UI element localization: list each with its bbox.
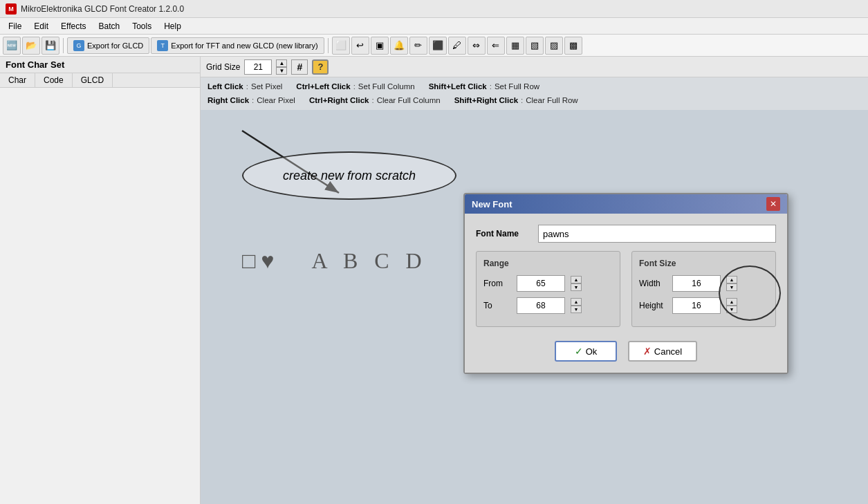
tool-btn-4[interactable]: 🔔 bbox=[390, 37, 408, 55]
ctrl-left-key: Ctrl+Left Click bbox=[296, 80, 350, 94]
ctrl-right-key: Ctrl+Right Click bbox=[309, 94, 369, 108]
export-glcd-icon: G bbox=[73, 40, 84, 51]
left-panel-tabs: Char Code GLCD bbox=[0, 73, 200, 88]
handwrite-chars: □♥ A B C D bbox=[242, 248, 427, 274]
shift-left-key: Shift+Left Click bbox=[429, 80, 487, 94]
shift-right-key: Shift+Right Click bbox=[454, 94, 518, 108]
open-button[interactable]: 📂 bbox=[22, 37, 40, 55]
export-tft-button[interactable]: T Export for TFT and new GLCD (new libra… bbox=[151, 37, 324, 54]
height-label: Height bbox=[639, 301, 667, 310]
tool-btn-12[interactable]: ▨ bbox=[545, 37, 563, 55]
grid-hash-button[interactable]: # bbox=[291, 59, 308, 75]
right-click-sep: : bbox=[252, 94, 254, 108]
tool-btn-10[interactable]: ▦ bbox=[506, 37, 524, 55]
save-button[interactable]: 💾 bbox=[41, 37, 59, 55]
to-label: To bbox=[483, 301, 511, 310]
export-tft-icon: T bbox=[157, 40, 168, 51]
canvas-area: Grid Size ▲ ▼ # ? Left Click : Set Pixel… bbox=[201, 57, 868, 504]
ok-label: Ok bbox=[586, 346, 598, 357]
right-click-key: Right Click bbox=[207, 94, 249, 108]
tool-btn-7[interactable]: 🖊 bbox=[448, 37, 466, 55]
to-spin-up[interactable]: ▲ bbox=[571, 298, 582, 306]
oval-text: create new from scratch bbox=[283, 169, 416, 183]
font-size-panel-title: Font Size bbox=[639, 259, 768, 268]
dialog-titlebar: New Font ✕ bbox=[465, 194, 787, 214]
menu-tools[interactable]: Tools bbox=[127, 20, 157, 32]
from-spin-down[interactable]: ▼ bbox=[571, 283, 582, 291]
export-tft-label: Export for TFT and new GLCD (new library… bbox=[171, 41, 317, 50]
height-spin-down[interactable]: ▼ bbox=[726, 306, 737, 313]
dialog-title: New Font bbox=[472, 199, 513, 209]
width-spin-up[interactable]: ▲ bbox=[726, 276, 737, 283]
dialog-buttons: ✓ Ok ✗ Cancel bbox=[476, 338, 776, 362]
right-click-val: Clear Pixel bbox=[257, 94, 295, 108]
ok-check-icon: ✓ bbox=[575, 346, 583, 357]
height-input[interactable] bbox=[672, 297, 721, 314]
width-input[interactable] bbox=[672, 275, 721, 292]
from-row: From ▲ ▼ bbox=[483, 275, 613, 292]
grid-size-label: Grid Size bbox=[206, 62, 240, 72]
left-panel: Font Char Set Char Code GLCD bbox=[0, 57, 201, 504]
tab-code[interactable]: Code bbox=[35, 73, 73, 87]
menu-edit[interactable]: Edit bbox=[28, 20, 54, 32]
grid-help-button[interactable]: ? bbox=[312, 59, 329, 75]
tab-glcd[interactable]: GLCD bbox=[73, 73, 113, 87]
menu-effects[interactable]: Effects bbox=[55, 20, 91, 32]
tool-btn-5[interactable]: ✏ bbox=[409, 37, 427, 55]
font-name-input[interactable] bbox=[538, 225, 776, 243]
export-glcd-button[interactable]: G Export for GLCD bbox=[67, 37, 149, 54]
dialog-panels: Range From ▲ ▼ To bbox=[476, 251, 776, 327]
tab-char[interactable]: Char bbox=[0, 73, 35, 87]
grid-size-input[interactable] bbox=[244, 59, 272, 75]
grid-spin-down[interactable]: ▼ bbox=[276, 67, 287, 75]
tool-btn-13[interactable]: ▩ bbox=[564, 37, 582, 55]
cancel-button[interactable]: ✗ Cancel bbox=[628, 341, 697, 362]
tool-btn-3[interactable]: ▣ bbox=[371, 37, 389, 55]
left-click-key: Left Click bbox=[207, 80, 243, 94]
grid-spin-up[interactable]: ▲ bbox=[276, 59, 287, 67]
to-row: To ▲ ▼ bbox=[483, 297, 613, 314]
arrow-annotation bbox=[201, 110, 477, 304]
from-spin: ▲ ▼ bbox=[571, 276, 582, 291]
tool-btn-1[interactable]: ⬜ bbox=[332, 37, 350, 55]
height-spin-up[interactable]: ▲ bbox=[726, 298, 737, 306]
to-input[interactable] bbox=[517, 297, 565, 314]
title-bar: M MikroElektronika GLCD Font Creator 1.2… bbox=[0, 0, 868, 18]
shift-right-sep: : bbox=[521, 94, 523, 108]
from-label: From bbox=[483, 279, 511, 288]
font-name-row: Font Name bbox=[476, 225, 776, 243]
dialog-body: Font Name Range From ▲ bbox=[465, 214, 787, 373]
to-spin-down[interactable]: ▼ bbox=[571, 306, 582, 313]
app-icon: M bbox=[6, 3, 17, 15]
font-name-label: Font Name bbox=[476, 229, 531, 239]
new-button[interactable]: 🆕 bbox=[3, 37, 21, 55]
menu-batch[interactable]: Batch bbox=[93, 20, 126, 32]
tool-btn-6[interactable]: ⬛ bbox=[429, 37, 447, 55]
height-spin: ▲ ▼ bbox=[726, 298, 737, 313]
menu-file[interactable]: File bbox=[3, 20, 27, 32]
cancel-x-icon: ✗ bbox=[643, 346, 652, 357]
from-spin-up[interactable]: ▲ bbox=[571, 276, 582, 283]
width-row: Width ▲ ▼ bbox=[639, 275, 768, 292]
range-panel-title: Range bbox=[483, 259, 613, 268]
export-glcd-label: Export for GLCD bbox=[87, 41, 143, 50]
shift-right-val: Clear Full Row bbox=[526, 94, 578, 108]
app-title: MikroElektronika GLCD Font Creator 1.2.0… bbox=[21, 4, 184, 14]
left-click-sep: : bbox=[246, 80, 248, 94]
grid-bar: Grid Size ▲ ▼ # ? bbox=[201, 57, 868, 77]
range-panel: Range From ▲ ▼ To bbox=[476, 251, 620, 327]
shift-left-val: Set Full Row bbox=[495, 80, 539, 94]
menu-help[interactable]: Help bbox=[158, 20, 187, 32]
dialog-close-button[interactable]: ✕ bbox=[766, 197, 780, 211]
tool-btn-2[interactable]: ↩ bbox=[351, 37, 369, 55]
ctrl-left-val: Set Full Column bbox=[358, 80, 415, 94]
ctrl-left-sep: : bbox=[353, 80, 355, 94]
from-input[interactable] bbox=[517, 275, 565, 292]
ok-button[interactable]: ✓ Ok bbox=[555, 341, 617, 362]
tool-btn-8[interactable]: ⇔ bbox=[468, 37, 486, 55]
tool-btn-9[interactable]: ⇐ bbox=[487, 37, 505, 55]
tool-btn-11[interactable]: ▧ bbox=[526, 37, 544, 55]
canvas-work[interactable]: create new from scratch □♥ A B C D New F… bbox=[201, 110, 868, 504]
menu-bar: File Edit Effects Batch Tools Help bbox=[0, 18, 868, 35]
width-spin-down[interactable]: ▼ bbox=[726, 283, 737, 291]
